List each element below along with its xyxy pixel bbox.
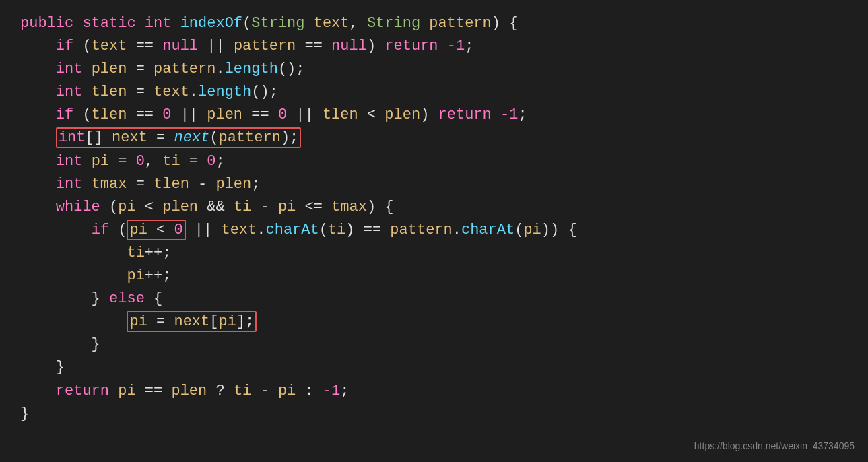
code-line-16: } [20, 356, 848, 379]
code-line-15: } [20, 333, 848, 356]
code-line-3: int plen = pattern.length(); [20, 58, 848, 81]
code-line-11: ti++; [20, 242, 848, 265]
code-line-5: if (tlen == 0 || plen == 0 || tlen < ple… [20, 104, 848, 127]
code-line-8: int tmax = tlen - plen; [20, 173, 848, 196]
code-line-14: pi = next[pi]; [20, 310, 848, 333]
code-line-4: int tlen = text.length(); [20, 81, 848, 104]
code-line-12: pi++; [20, 265, 848, 288]
code-line-17: return pi == plen ? ti - pi : -1; [20, 380, 848, 403]
code-line-6: int[] next = next(pattern); [20, 127, 848, 150]
code-line-13: } else { [20, 288, 848, 310]
code-line-10: if (pi < 0 || text.charAt(ti) == pattern… [20, 219, 848, 242]
code-block: public static int indexOf(String text, S… [0, 0, 868, 462]
code-line-9: while (pi < plen && ti - pi <= tmax) { [20, 196, 848, 219]
code-line-18: } [20, 403, 848, 426]
watermark: https://blog.csdn.net/weixin_43734095 [694, 439, 855, 454]
code-line-2: if (text == null || pattern == null) ret… [20, 35, 848, 58]
code-line-1: public static int indexOf(String text, S… [20, 12, 848, 35]
code-line-7: int pi = 0, ti = 0; [20, 150, 848, 173]
